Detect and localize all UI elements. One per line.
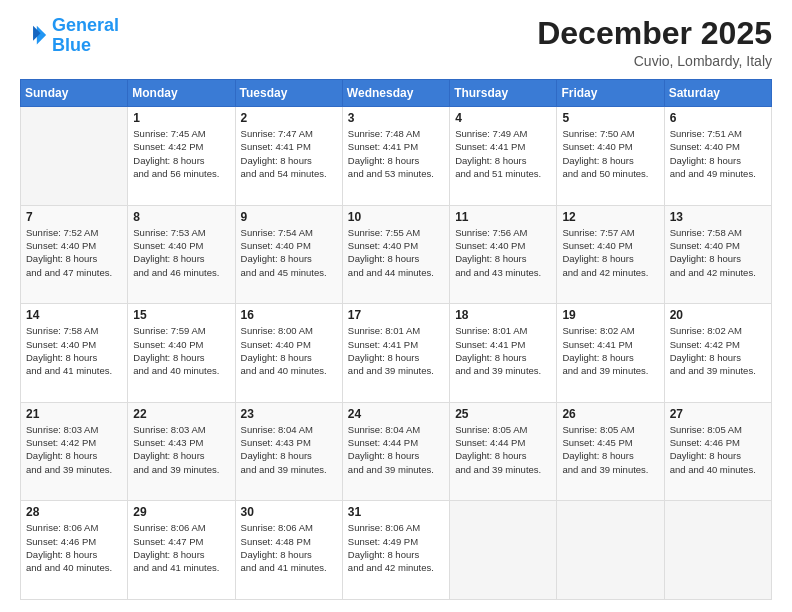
daylight-line1: Daylight: 8 hours xyxy=(133,154,229,167)
daylight-line1: Daylight: 8 hours xyxy=(26,548,122,561)
sunrise-text: Sunrise: 8:05 AM xyxy=(455,423,551,436)
daylight-line2: and and 40 minutes. xyxy=(133,364,229,377)
daylight-line2: and and 42 minutes. xyxy=(562,266,658,279)
daylight-line2: and and 40 minutes. xyxy=(670,463,766,476)
day-info: Sunrise: 8:05 AMSunset: 4:45 PMDaylight:… xyxy=(562,423,658,476)
sunset-text: Sunset: 4:40 PM xyxy=(348,239,444,252)
day-info: Sunrise: 8:02 AMSunset: 4:42 PMDaylight:… xyxy=(670,324,766,377)
table-row xyxy=(21,107,128,206)
day-number: 7 xyxy=(26,210,122,224)
table-row: 4Sunrise: 7:49 AMSunset: 4:41 PMDaylight… xyxy=(450,107,557,206)
sunrise-text: Sunrise: 7:59 AM xyxy=(133,324,229,337)
day-number: 1 xyxy=(133,111,229,125)
day-info: Sunrise: 8:01 AMSunset: 4:41 PMDaylight:… xyxy=(348,324,444,377)
logo: General Blue xyxy=(20,16,119,56)
sunset-text: Sunset: 4:40 PM xyxy=(241,239,337,252)
sunset-text: Sunset: 4:41 PM xyxy=(455,140,551,153)
col-friday: Friday xyxy=(557,80,664,107)
day-number: 5 xyxy=(562,111,658,125)
daylight-line2: and and 54 minutes. xyxy=(241,167,337,180)
daylight-line1: Daylight: 8 hours xyxy=(455,449,551,462)
sunset-text: Sunset: 4:40 PM xyxy=(241,338,337,351)
daylight-line2: and and 39 minutes. xyxy=(241,463,337,476)
daylight-line1: Daylight: 8 hours xyxy=(26,351,122,364)
table-row xyxy=(450,501,557,600)
daylight-line2: and and 41 minutes. xyxy=(26,364,122,377)
daylight-line1: Daylight: 8 hours xyxy=(455,351,551,364)
table-row: 27Sunrise: 8:05 AMSunset: 4:46 PMDayligh… xyxy=(664,402,771,501)
page: General Blue December 2025 Cuvio, Lombar… xyxy=(0,0,792,612)
day-number: 6 xyxy=(670,111,766,125)
table-row: 28Sunrise: 8:06 AMSunset: 4:46 PMDayligh… xyxy=(21,501,128,600)
day-info: Sunrise: 7:52 AMSunset: 4:40 PMDaylight:… xyxy=(26,226,122,279)
day-number: 9 xyxy=(241,210,337,224)
sunrise-text: Sunrise: 8:06 AM xyxy=(241,521,337,534)
daylight-line1: Daylight: 8 hours xyxy=(348,548,444,561)
table-row: 22Sunrise: 8:03 AMSunset: 4:43 PMDayligh… xyxy=(128,402,235,501)
table-row: 26Sunrise: 8:05 AMSunset: 4:45 PMDayligh… xyxy=(557,402,664,501)
logo-icon xyxy=(20,22,48,50)
table-row: 20Sunrise: 8:02 AMSunset: 4:42 PMDayligh… xyxy=(664,304,771,403)
sunrise-text: Sunrise: 7:57 AM xyxy=(562,226,658,239)
daylight-line1: Daylight: 8 hours xyxy=(241,154,337,167)
sunrise-text: Sunrise: 7:56 AM xyxy=(455,226,551,239)
sunrise-text: Sunrise: 7:54 AM xyxy=(241,226,337,239)
sunset-text: Sunset: 4:41 PM xyxy=(241,140,337,153)
daylight-line2: and and 45 minutes. xyxy=(241,266,337,279)
sunrise-text: Sunrise: 8:06 AM xyxy=(133,521,229,534)
sunset-text: Sunset: 4:47 PM xyxy=(133,535,229,548)
sunrise-text: Sunrise: 7:48 AM xyxy=(348,127,444,140)
sunrise-text: Sunrise: 7:58 AM xyxy=(670,226,766,239)
col-saturday: Saturday xyxy=(664,80,771,107)
table-row: 24Sunrise: 8:04 AMSunset: 4:44 PMDayligh… xyxy=(342,402,449,501)
table-row: 14Sunrise: 7:58 AMSunset: 4:40 PMDayligh… xyxy=(21,304,128,403)
daylight-line1: Daylight: 8 hours xyxy=(562,351,658,364)
sunset-text: Sunset: 4:48 PM xyxy=(241,535,337,548)
day-info: Sunrise: 8:01 AMSunset: 4:41 PMDaylight:… xyxy=(455,324,551,377)
sunrise-text: Sunrise: 7:55 AM xyxy=(348,226,444,239)
day-number: 20 xyxy=(670,308,766,322)
daylight-line1: Daylight: 8 hours xyxy=(26,449,122,462)
daylight-line1: Daylight: 8 hours xyxy=(348,449,444,462)
day-number: 4 xyxy=(455,111,551,125)
daylight-line2: and and 39 minutes. xyxy=(455,463,551,476)
daylight-line2: and and 39 minutes. xyxy=(670,364,766,377)
daylight-line1: Daylight: 8 hours xyxy=(348,154,444,167)
sunrise-text: Sunrise: 8:03 AM xyxy=(26,423,122,436)
daylight-line2: and and 40 minutes. xyxy=(26,561,122,574)
daylight-line2: and and 42 minutes. xyxy=(348,561,444,574)
day-info: Sunrise: 8:04 AMSunset: 4:44 PMDaylight:… xyxy=(348,423,444,476)
table-row: 8Sunrise: 7:53 AMSunset: 4:40 PMDaylight… xyxy=(128,205,235,304)
sunset-text: Sunset: 4:41 PM xyxy=(348,338,444,351)
daylight-line1: Daylight: 8 hours xyxy=(133,252,229,265)
calendar-table: Sunday Monday Tuesday Wednesday Thursday… xyxy=(20,79,772,600)
day-info: Sunrise: 8:06 AMSunset: 4:47 PMDaylight:… xyxy=(133,521,229,574)
sunset-text: Sunset: 4:40 PM xyxy=(562,239,658,252)
day-info: Sunrise: 7:58 AMSunset: 4:40 PMDaylight:… xyxy=(26,324,122,377)
sunrise-text: Sunrise: 8:01 AM xyxy=(348,324,444,337)
day-info: Sunrise: 7:54 AMSunset: 4:40 PMDaylight:… xyxy=(241,226,337,279)
day-info: Sunrise: 7:55 AMSunset: 4:40 PMDaylight:… xyxy=(348,226,444,279)
daylight-line2: and and 53 minutes. xyxy=(348,167,444,180)
day-info: Sunrise: 7:50 AMSunset: 4:40 PMDaylight:… xyxy=(562,127,658,180)
table-row: 17Sunrise: 8:01 AMSunset: 4:41 PMDayligh… xyxy=(342,304,449,403)
day-number: 3 xyxy=(348,111,444,125)
day-number: 26 xyxy=(562,407,658,421)
day-info: Sunrise: 7:59 AMSunset: 4:40 PMDaylight:… xyxy=(133,324,229,377)
day-number: 19 xyxy=(562,308,658,322)
daylight-line1: Daylight: 8 hours xyxy=(562,252,658,265)
sunrise-text: Sunrise: 8:04 AM xyxy=(348,423,444,436)
day-number: 29 xyxy=(133,505,229,519)
day-info: Sunrise: 8:00 AMSunset: 4:40 PMDaylight:… xyxy=(241,324,337,377)
day-number: 28 xyxy=(26,505,122,519)
day-info: Sunrise: 7:48 AMSunset: 4:41 PMDaylight:… xyxy=(348,127,444,180)
daylight-line1: Daylight: 8 hours xyxy=(670,252,766,265)
calendar-week-row: 1Sunrise: 7:45 AMSunset: 4:42 PMDaylight… xyxy=(21,107,772,206)
sunrise-text: Sunrise: 7:45 AM xyxy=(133,127,229,140)
day-number: 16 xyxy=(241,308,337,322)
sunset-text: Sunset: 4:44 PM xyxy=(455,436,551,449)
daylight-line2: and and 41 minutes. xyxy=(133,561,229,574)
header: General Blue December 2025 Cuvio, Lombar… xyxy=(20,16,772,69)
day-info: Sunrise: 7:57 AMSunset: 4:40 PMDaylight:… xyxy=(562,226,658,279)
daylight-line1: Daylight: 8 hours xyxy=(133,449,229,462)
